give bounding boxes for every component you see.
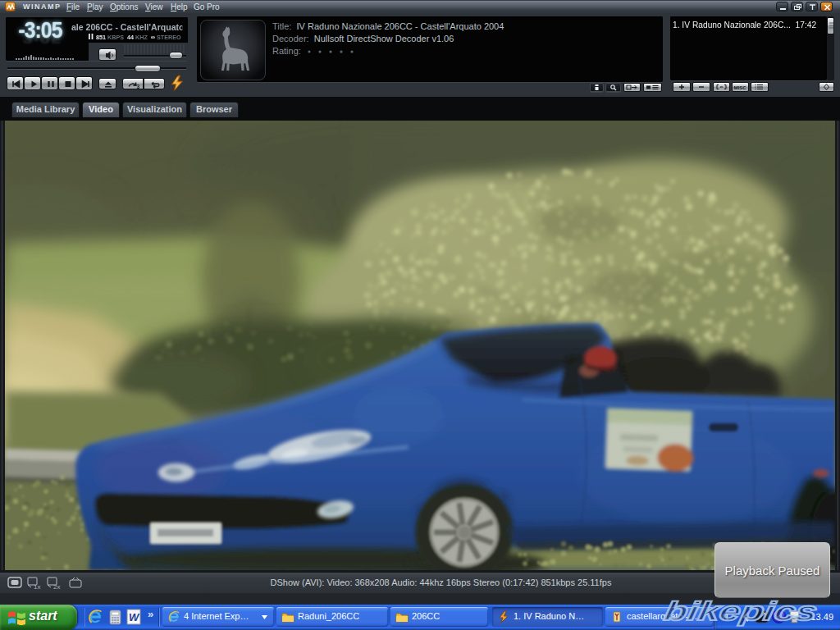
svg-text:1x: 1x xyxy=(34,583,40,591)
svg-text:bikepics: bikepics xyxy=(662,596,819,626)
svg-text:3: 3 xyxy=(137,84,140,89)
svg-text:2x: 2x xyxy=(53,583,60,591)
svg-text:W: W xyxy=(129,611,140,623)
svg-text:MISC: MISC xyxy=(734,85,747,90)
